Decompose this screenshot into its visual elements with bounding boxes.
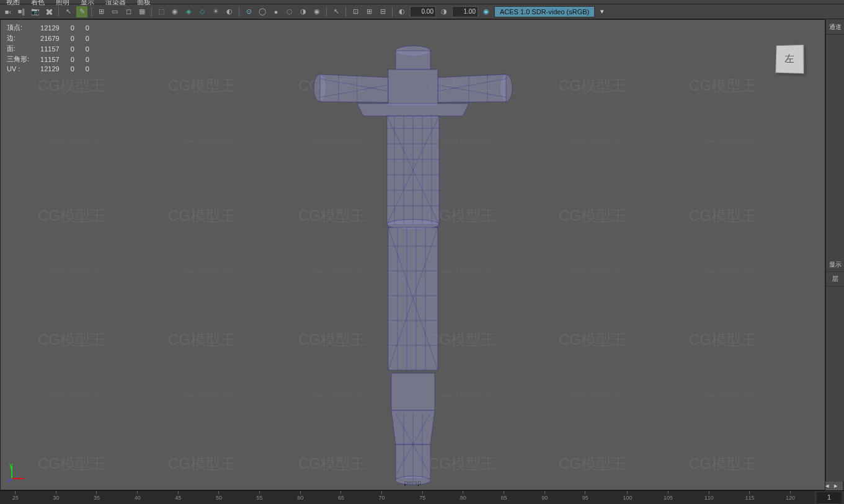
pointer-icon[interactable]: ↖: [331, 6, 342, 17]
watermark-url: www.CGMXW.com: [571, 138, 623, 144]
timeline-tick: 55: [257, 491, 263, 504]
snap-grid-icon[interactable]: ⊞: [363, 6, 375, 17]
separator: [345, 7, 346, 17]
gate-mask-icon[interactable]: ▦: [136, 6, 148, 17]
timeline-ruler[interactable]: 2530354045505560657075808590951001051101…: [0, 491, 814, 504]
timeline-tick: 75: [419, 491, 425, 504]
watermark-url: www.CGMXW.com: [701, 138, 753, 144]
watermark-url: www.CGMXW.com: [180, 268, 233, 275]
shadows-icon[interactable]: ◐: [224, 6, 235, 17]
timeline-tick: 35: [94, 491, 100, 504]
timeline-tick: 90: [541, 491, 548, 504]
stat-row: 面:1115700: [7, 43, 100, 54]
separator: [151, 7, 152, 17]
poly-stats: 顶点:1212900 边:2167900 面:1115700 三角形:11157…: [7, 22, 100, 73]
textured-icon[interactable]: ◈: [183, 6, 194, 17]
timeline-tick: 85: [500, 491, 507, 504]
timeline-tick: 60: [297, 491, 303, 504]
exposure-field[interactable]: [410, 6, 436, 17]
stat-row: 顶点:1212900: [7, 22, 100, 33]
stat-row: 三角形:1115700: [7, 54, 100, 64]
timeline-tick: 110: [704, 491, 714, 504]
resolution-gate-icon[interactable]: ◻: [123, 6, 134, 17]
tab-display[interactable]: 显示: [826, 258, 844, 272]
timeline-tick: 45: [175, 491, 181, 504]
image-plane-icon[interactable]: 🞮: [43, 6, 55, 17]
view-cube[interactable]: 左: [775, 45, 812, 82]
separator: [91, 7, 92, 17]
separator: [58, 7, 59, 17]
svg-rect-4: [388, 69, 438, 105]
grease-pencil-icon[interactable]: ✎: [76, 6, 87, 17]
film-gate-icon[interactable]: ▭: [109, 6, 120, 17]
svg-line-51: [8, 479, 12, 482]
gamma-field[interactable]: [452, 6, 478, 17]
main-area: CG模型王 CG模型王 CG模型王 CG模型王 CG模型王 CG模型王 www.…: [0, 19, 844, 490]
motion-blur-icon[interactable]: ◉: [311, 6, 322, 17]
scroll-right-icon[interactable]: ▸: [834, 482, 843, 490]
tab-channel[interactable]: 通道: [826, 20, 844, 35]
stat-row: 边:2167900: [7, 33, 100, 43]
svg-text:y: y: [9, 464, 13, 469]
watermark-url: www.CGMXW.com: [571, 392, 623, 399]
xray-joints-icon[interactable]: ●: [270, 6, 282, 17]
view-cube-face[interactable]: 左: [775, 45, 804, 74]
snap-icon[interactable]: ⊡: [350, 6, 361, 17]
colorspace-chevron-icon[interactable]: ▾: [597, 6, 607, 17]
watermark-url: www.CGMXW.com: [180, 138, 233, 144]
horizontal-scrollbar[interactable]: ◂ ▸: [825, 482, 844, 490]
isolate-select-icon[interactable]: ⊙: [243, 6, 254, 17]
watermark-url: www.CGMXW.com: [50, 138, 102, 144]
watermark-url: www.CGMXW.com: [180, 392, 233, 399]
separator: [239, 7, 239, 17]
timeline-tick: 100: [623, 491, 632, 504]
grid-icon[interactable]: ⊞: [96, 6, 107, 17]
watermark-url: www.CGMXW.com: [571, 268, 623, 275]
timeline-tick: 115: [745, 491, 754, 504]
wireframe-model: [289, 42, 537, 488]
colorspace-dropdown[interactable]: ACES 1.0 SDR-video (sRGB): [494, 6, 595, 17]
svg-rect-1: [396, 51, 430, 69]
watermark-url: www.CGMXW.com: [50, 268, 102, 275]
svg-rect-8: [391, 373, 435, 410]
camera-icon[interactable]: 📷: [30, 6, 41, 17]
lights-icon[interactable]: ☀: [210, 6, 221, 17]
gamma-icon[interactable]: ◑: [438, 6, 450, 17]
timeline-tick: 70: [379, 491, 385, 504]
wireframe-icon[interactable]: ⬚: [156, 6, 167, 17]
separator: [326, 7, 327, 17]
xray-comp-icon[interactable]: ◌: [284, 6, 295, 17]
timeline-end-frame[interactable]: 1: [817, 492, 842, 503]
watermark-url: www.CGMXW.com: [50, 392, 102, 399]
timeline-tick: 95: [582, 491, 589, 504]
right-panel: 通道 显示 层: [825, 19, 844, 490]
watermark-url: www.CGMXW.com: [701, 392, 753, 399]
timeline-tick: 80: [460, 491, 466, 504]
wireframe-shaded-icon[interactable]: ◇: [197, 6, 208, 17]
toolbar: ■‹ ■‖ 📷 🞮 ↖ ✎ ⊞ ▭ ◻ ▦ ⬚ ◉ ◈ ◇ ☀ ◐ ⊙ ◯ ● …: [0, 4, 844, 19]
timeline[interactable]: 2530354045505560657075808590951001051101…: [0, 490, 844, 504]
2d-pan-icon[interactable]: ↖: [63, 6, 74, 17]
axis-gizmo[interactable]: y: [8, 464, 27, 482]
colorspace-icon[interactable]: ◉: [481, 6, 492, 17]
snap-curve-icon[interactable]: ⊟: [377, 6, 388, 17]
viewport[interactable]: CG模型王 CG模型王 CG模型王 CG模型王 CG模型王 CG模型王 www.…: [0, 19, 825, 490]
depth-field-icon[interactable]: ◑: [298, 6, 309, 17]
xray-icon[interactable]: ◯: [257, 6, 268, 17]
tab-layer[interactable]: 层: [826, 272, 844, 286]
timeline-tick: 105: [664, 491, 673, 504]
menubar: 视图 着色 照明 显示 渲染器 面板: [0, 0, 844, 4]
timeline-tick: 30: [53, 491, 59, 504]
select-camera-icon[interactable]: ■‹: [2, 6, 14, 17]
scroll-left-icon[interactable]: ◂: [825, 482, 834, 490]
stat-row: UV :1212900: [7, 64, 100, 73]
exposure-icon[interactable]: ◐: [396, 6, 407, 17]
timeline-tick: 25: [12, 491, 19, 504]
timeline-tick: 65: [338, 491, 344, 504]
smooth-shade-icon[interactable]: ◉: [169, 6, 180, 17]
watermark-url: www.CGMXW.com: [701, 268, 753, 275]
timeline-tick: 50: [216, 491, 222, 504]
camera-bookmark-icon[interactable]: ■‖: [16, 6, 27, 17]
separator: [392, 7, 393, 17]
timeline-tick: 120: [786, 491, 795, 504]
